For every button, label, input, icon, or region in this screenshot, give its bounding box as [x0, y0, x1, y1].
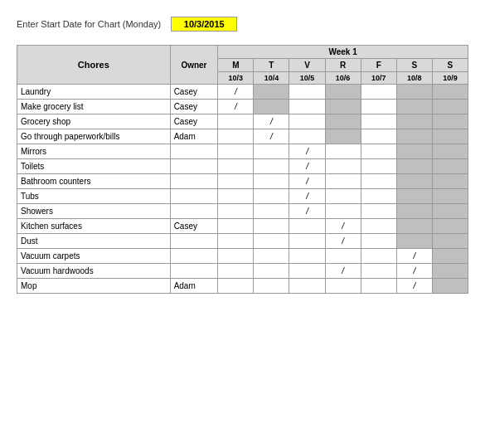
day-cell[interactable] — [325, 100, 361, 114]
day-cell[interactable] — [396, 189, 432, 204]
day-cell[interactable]: / — [396, 249, 432, 264]
day-cell[interactable]: / — [289, 159, 325, 174]
day-cell[interactable] — [396, 159, 432, 174]
day-cell[interactable] — [432, 279, 468, 294]
check-mark: / — [342, 222, 344, 231]
day-cell[interactable] — [218, 204, 254, 219]
day-cell[interactable] — [361, 85, 396, 100]
day-cell[interactable] — [325, 174, 361, 189]
day-cell[interactable] — [254, 279, 289, 294]
day-cell[interactable] — [432, 189, 468, 204]
day-cell[interactable] — [254, 204, 289, 219]
day-cell[interactable] — [432, 159, 468, 174]
day-cell[interactable] — [432, 144, 468, 159]
day-cell[interactable] — [218, 279, 254, 294]
day-cell[interactable] — [361, 144, 396, 159]
day-cell[interactable] — [289, 85, 325, 100]
day-cell[interactable] — [218, 219, 254, 234]
day-cell[interactable] — [218, 129, 254, 144]
day-cell[interactable] — [396, 100, 432, 114]
day-cell[interactable] — [432, 114, 468, 129]
day-cell[interactable] — [361, 159, 396, 174]
day-cell[interactable] — [325, 159, 361, 174]
day-cell[interactable] — [432, 264, 468, 279]
day-cell[interactable] — [289, 219, 325, 234]
day-cell[interactable]: / — [218, 85, 254, 100]
day-cell[interactable]: / — [254, 129, 289, 144]
day-cell[interactable] — [254, 234, 289, 249]
day-cell[interactable]: / — [289, 174, 325, 189]
day-cell[interactable] — [218, 144, 254, 159]
day-cell[interactable]: / — [396, 264, 432, 279]
day-cell[interactable] — [325, 204, 361, 219]
day-cell[interactable] — [218, 159, 254, 174]
day-cell[interactable] — [218, 114, 254, 129]
day-cell[interactable] — [289, 234, 325, 249]
day-cell[interactable] — [254, 159, 289, 174]
day-cell[interactable] — [289, 129, 325, 144]
day-cell[interactable]: / — [325, 264, 361, 279]
day-cell[interactable] — [325, 85, 361, 100]
day-cell[interactable] — [432, 234, 468, 249]
day-cell[interactable] — [289, 264, 325, 279]
day-cell[interactable] — [254, 249, 289, 264]
day-cell[interactable] — [218, 174, 254, 189]
date-input[interactable]: 10/3/2015 — [171, 17, 237, 32]
day-cell[interactable] — [361, 249, 396, 264]
day-cell[interactable] — [325, 249, 361, 264]
day-cell[interactable] — [361, 234, 396, 249]
day-cell[interactable] — [361, 279, 396, 294]
day-cell[interactable]: / — [396, 279, 432, 294]
day-cell[interactable] — [396, 219, 432, 234]
day-cell[interactable] — [361, 100, 396, 114]
day-cell[interactable] — [254, 189, 289, 204]
day-cell[interactable] — [396, 204, 432, 219]
day-cell[interactable] — [432, 100, 468, 114]
day-cell[interactable] — [361, 189, 396, 204]
day-cell[interactable] — [218, 189, 254, 204]
day-cell[interactable] — [361, 264, 396, 279]
day-cell[interactable] — [361, 114, 396, 129]
day-cell[interactable] — [396, 144, 432, 159]
day-cell[interactable] — [396, 234, 432, 249]
day-cell[interactable] — [432, 129, 468, 144]
day-cell[interactable]: / — [325, 219, 361, 234]
day-cell[interactable] — [325, 189, 361, 204]
day-cell[interactable] — [361, 204, 396, 219]
day-cell[interactable] — [361, 174, 396, 189]
day-cell[interactable] — [325, 129, 361, 144]
day-cell[interactable]: / — [218, 100, 254, 114]
day-cell[interactable]: / — [289, 144, 325, 159]
day-cell[interactable] — [254, 219, 289, 234]
day-cell[interactable] — [396, 174, 432, 189]
day-cell[interactable]: / — [325, 234, 361, 249]
day-cell[interactable] — [218, 249, 254, 264]
day-cell[interactable] — [396, 85, 432, 100]
day-cell[interactable] — [218, 234, 254, 249]
day-cell[interactable] — [218, 264, 254, 279]
day-cell[interactable] — [254, 174, 289, 189]
day-cell[interactable] — [289, 114, 325, 129]
day-cell[interactable] — [325, 144, 361, 159]
day-cell[interactable] — [325, 279, 361, 294]
day-cell[interactable]: / — [254, 114, 289, 129]
day-cell[interactable] — [396, 114, 432, 129]
day-cell[interactable] — [396, 129, 432, 144]
day-cell[interactable] — [254, 144, 289, 159]
day-cell[interactable]: / — [289, 189, 325, 204]
day-cell[interactable] — [289, 279, 325, 294]
day-cell[interactable] — [432, 219, 468, 234]
day-cell[interactable] — [432, 174, 468, 189]
day-cell[interactable] — [254, 100, 289, 114]
day-cell[interactable] — [254, 85, 289, 100]
day-cell[interactable] — [361, 129, 396, 144]
day-cell[interactable] — [432, 85, 468, 100]
day-cell[interactable] — [361, 219, 396, 234]
day-cell[interactable] — [432, 204, 468, 219]
day-cell[interactable] — [289, 249, 325, 264]
day-cell[interactable] — [254, 264, 289, 279]
day-cell[interactable] — [325, 114, 361, 129]
day-cell[interactable] — [432, 249, 468, 264]
day-cell[interactable] — [289, 100, 325, 114]
day-cell[interactable]: / — [289, 204, 325, 219]
